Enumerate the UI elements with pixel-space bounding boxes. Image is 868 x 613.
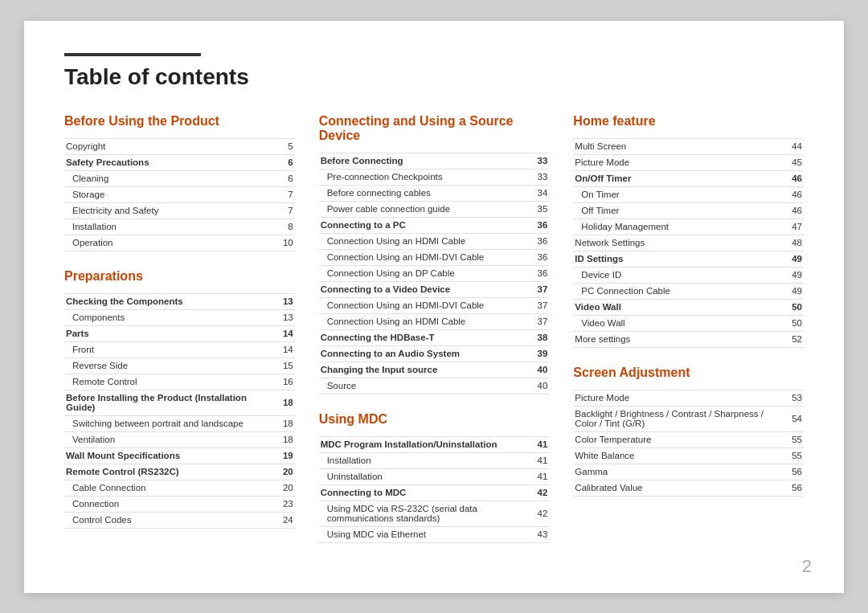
toc-label: Connection Using an HDMI Cable: [319, 313, 527, 329]
col-connecting: Connecting and Using a Source Device Bef…: [319, 114, 574, 561]
table-row: Front14: [64, 341, 295, 358]
toc-label: Backlight / Brightness / Contrast / Shar…: [573, 406, 781, 431]
toc-page: 13: [272, 309, 295, 325]
toc-label: Uninstallation: [319, 468, 527, 484]
toc-page: 50: [781, 315, 804, 331]
toc-page: 41: [526, 452, 549, 468]
section-mdc-title: Using MDC: [319, 412, 550, 427]
table-row: Connecting the HDBase-T38: [319, 329, 550, 345]
table-row: Uninstallation41: [319, 468, 550, 484]
toc-label: Connecting to MDC: [319, 484, 527, 501]
toc-label: Color Temperature: [573, 431, 781, 447]
toc-page: 39: [526, 345, 549, 362]
toc-page: 53: [781, 390, 804, 406]
table-row: White Balance55: [573, 447, 804, 464]
table-row: Control Codes24: [64, 512, 295, 528]
toc-label: Using MDC via RS-232C (serial data commu…: [319, 501, 527, 526]
toc-label: Multi Screen: [573, 138, 781, 154]
toc-page: 38: [526, 329, 549, 345]
toc-page: 24: [272, 512, 295, 528]
section-connecting-title: Connecting and Using a Source Device: [319, 114, 550, 143]
table-row: Connecting to an Audio System39: [319, 345, 550, 362]
toc-label: Connection Using an HDMI Cable: [319, 233, 527, 249]
toc-label: Copyright: [64, 138, 272, 154]
toc-page: 34: [526, 185, 549, 201]
table-row: Installation8: [64, 219, 295, 235]
toc-page: 37: [526, 281, 549, 297]
table-row: On/Off Timer46: [573, 170, 804, 186]
toc-page: 33: [526, 169, 549, 185]
toc-page: 7: [272, 202, 295, 219]
table-row: MDC Program Installation/Uninstallation4…: [319, 436, 550, 452]
table-row: Electricity and Safety7: [64, 202, 295, 219]
toc-label: Connecting to an Audio System: [319, 345, 527, 362]
toc-label: Reverse Side: [64, 358, 272, 374]
toc-label: Picture Mode: [573, 390, 781, 406]
toc-page: 6: [272, 154, 295, 170]
toc-page: 14: [272, 341, 295, 358]
toc-label: Video Wall: [573, 315, 781, 331]
table-row: Components13: [64, 309, 295, 325]
toc-page: 43: [526, 526, 549, 542]
toc-page: 40: [526, 378, 549, 394]
toc-label: Before Installing the Product (Installat…: [64, 390, 272, 415]
toc-label: White Balance: [573, 447, 781, 464]
toc-page: 54: [781, 406, 804, 431]
toc-label: Network Settings: [573, 235, 781, 251]
toc-page: 10: [272, 235, 295, 251]
toc-page: 37: [526, 297, 549, 313]
toc-label: Connection Using an DP Cable: [319, 265, 527, 281]
toc-label: Components: [64, 309, 272, 325]
page: Table of contents Before Using the Produ…: [24, 21, 844, 593]
table-row: Source40: [319, 378, 550, 394]
table-row: Color Temperature55: [573, 431, 804, 447]
toc-page: 49: [781, 283, 804, 299]
toc-label: Device ID: [573, 267, 781, 283]
toc-page: 42: [526, 501, 549, 526]
toc-label: Connection Using an HDMI-DVI Cable: [319, 297, 527, 313]
table-row: Checking the Components13: [64, 293, 295, 309]
section-preparations-title: Preparations: [64, 269, 295, 284]
toc-page: 19: [272, 447, 295, 464]
toc-label: Checking the Components: [64, 293, 272, 309]
preparations-table: Checking the Components13Components13Par…: [64, 293, 295, 529]
home-feature-table: Multi Screen44Picture Mode45On/Off Timer…: [573, 138, 804, 348]
toc-label: Control Codes: [64, 512, 272, 528]
table-row: Backlight / Brightness / Contrast / Shar…: [573, 406, 804, 431]
toc-label: Remote Control: [64, 374, 272, 390]
toc-label: Holiday Management: [573, 219, 781, 235]
toc-label: ID Settings: [573, 251, 781, 267]
toc-label: Using MDC via Ethernet: [319, 526, 527, 542]
col-home-feature: Home feature Multi Screen44Picture Mode4…: [573, 114, 804, 561]
table-row: Ventilation18: [64, 431, 295, 447]
table-row: Storage7: [64, 186, 295, 202]
table-row: Remote Control16: [64, 374, 295, 390]
toc-page: 41: [526, 436, 549, 452]
toc-label: PC Connection Cable: [573, 283, 781, 299]
page-title: Table of contents: [64, 64, 804, 90]
table-row: Parts14: [64, 325, 295, 341]
table-row: Using MDC via Ethernet43: [319, 526, 550, 542]
toc-page: 46: [781, 186, 804, 202]
toc-page: 46: [781, 202, 804, 219]
table-row: Picture Mode45: [573, 154, 804, 170]
toc-label: Connection Using an HDMI-DVI Cable: [319, 249, 527, 265]
toc-page: 47: [781, 219, 804, 235]
toc-label: Installation: [64, 219, 272, 235]
table-row: Changing the Input source40: [319, 362, 550, 378]
toc-page: 52: [781, 331, 804, 347]
table-row: Cable Connection20: [64, 480, 295, 496]
toc-page: 46: [781, 170, 804, 186]
table-row: Video Wall50: [573, 315, 804, 331]
toc-label: On Timer: [573, 186, 781, 202]
toc-page: 6: [272, 170, 295, 186]
table-row: Before Connecting33: [319, 153, 550, 169]
screen-adj-table: Picture Mode53Backlight / Brightness / C…: [573, 390, 804, 497]
mdc-table: MDC Program Installation/Uninstallation4…: [319, 436, 550, 543]
table-row: Before Installing the Product (Installat…: [64, 390, 295, 415]
toc-label: Remote Control (RS232C): [64, 464, 272, 480]
toc-page: 36: [526, 217, 549, 233]
table-row: Copyright5: [64, 138, 295, 154]
toc-page: 36: [526, 265, 549, 281]
columns: Before Using the Product Copyright5Safet…: [64, 114, 804, 561]
